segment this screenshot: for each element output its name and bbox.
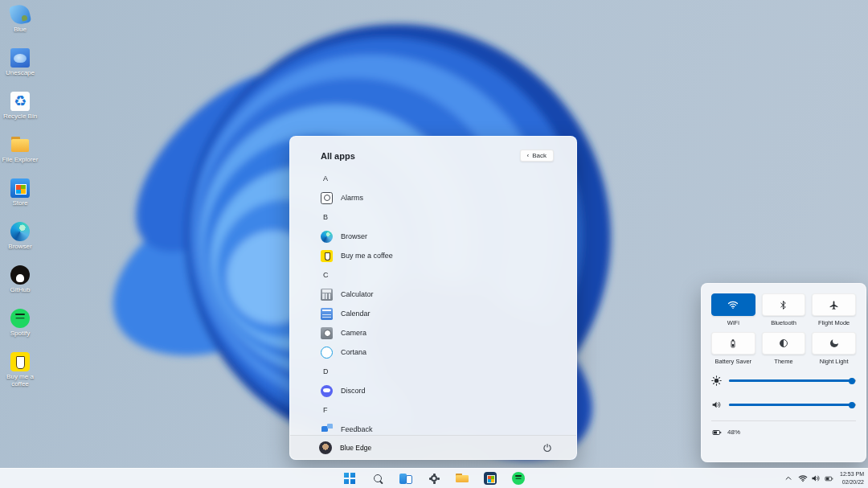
hidden-icons-button[interactable] [784, 474, 792, 482]
app-label: Browser [341, 232, 367, 240]
spotify-button[interactable] [509, 470, 528, 487]
volume-track[interactable] [729, 404, 856, 406]
battery-icon [711, 428, 723, 437]
desktop-icon-github[interactable]: GitHub [2, 265, 39, 302]
coffee-icon [321, 250, 333, 262]
brightness-thumb[interactable] [849, 378, 855, 384]
app-item-cortana[interactable]: Cortana [321, 342, 565, 362]
app-label: Calculator [341, 290, 374, 298]
start-button[interactable] [340, 470, 359, 487]
theme-icon [780, 339, 788, 347]
app-item-camera[interactable]: Camera [321, 323, 565, 342]
desktop-icon-label: Spotify [2, 330, 39, 337]
wifi-toggle[interactable] [711, 293, 755, 316]
app-label: Cortana [341, 348, 366, 356]
app-item-calendar[interactable]: Calendar [321, 304, 565, 323]
app-item-buy-me-a-coffee[interactable]: Buy me a coffee [321, 246, 565, 265]
user-avatar [319, 441, 332, 454]
tile-label-night-light: Night Light [820, 358, 849, 365]
all-apps-title: All apps [321, 151, 355, 161]
airplane-icon [829, 300, 839, 310]
start-menu-footer: Blue Edge [290, 435, 576, 459]
back-button-label: Back [532, 152, 547, 159]
chevron-left-icon: ‹ [527, 152, 530, 159]
desktop-icon-buy-me-a-coffee[interactable]: Buy me a coffee [2, 352, 39, 389]
app-item-alarms[interactable]: Alarms [321, 188, 565, 207]
tile-label-bluetooth: Bluetooth [771, 319, 796, 326]
battery-icon [824, 474, 834, 483]
tile-label-wifi: WiFi [727, 319, 739, 326]
feedback-icon [321, 424, 333, 436]
brightness-slider[interactable] [711, 375, 856, 386]
desktop-icon-store[interactable]: Store [2, 178, 39, 215]
desktop-icon-browser[interactable]: Browser [2, 222, 39, 259]
clock-button[interactable]: 12:53 PM 02/20/22 [840, 470, 864, 486]
section-letter-d[interactable]: D [321, 362, 565, 381]
volume-slider[interactable] [711, 400, 856, 410]
folder-icon [456, 473, 469, 484]
battery-status-row[interactable]: 48% [711, 420, 856, 443]
section-letter-f[interactable]: F [321, 400, 565, 420]
bluetooth-icon [778, 300, 788, 310]
network-volume-battery-button[interactable] [798, 474, 834, 483]
theme-toggle[interactable] [762, 332, 806, 355]
desktop-icon-label: Blue [2, 26, 39, 33]
store-bag-icon [10, 178, 30, 198]
desktop-icon-label: Browser [2, 243, 39, 250]
system-tray: 12:53 PM 02/20/22 [784, 469, 864, 488]
bluetooth-toggle[interactable] [762, 293, 806, 316]
wifi-icon [727, 299, 739, 310]
desktop-icon-file-explorer[interactable]: File Explorer [2, 135, 39, 172]
folder-icon [10, 135, 30, 154]
night-light-toggle[interactable] [812, 332, 856, 355]
store-icon [484, 472, 497, 485]
wifi-icon [798, 474, 808, 483]
desktop-icon-recycle-bin[interactable]: Recycle Bin [2, 92, 39, 129]
gear-icon [429, 474, 440, 484]
cortana-icon [321, 347, 333, 359]
volume-thumb[interactable] [849, 402, 855, 408]
calculator-icon [321, 289, 333, 301]
quick-settings-sliders [711, 375, 856, 410]
desktop-icon-label: Buy me a coffee [2, 373, 39, 388]
taskbar: 12:53 PM 02/20/22 [0, 468, 868, 488]
back-button[interactable]: ‹ Back [520, 150, 554, 162]
battery-saver-toggle[interactable] [711, 332, 755, 355]
file-explorer-button[interactable] [452, 470, 472, 487]
store-button[interactable] [481, 470, 500, 487]
app-label: Alarms [341, 194, 363, 202]
coffee-icon [10, 352, 30, 371]
power-icon [542, 443, 552, 453]
app-item-browser[interactable]: Browser [321, 227, 565, 246]
user-account-button[interactable]: Blue Edge [319, 441, 371, 454]
speaker-icon [811, 474, 821, 483]
desktop-icon-unescape[interactable]: Unescape [2, 48, 39, 85]
flight-mode-toggle[interactable] [812, 293, 856, 316]
brightness-track[interactable] [729, 379, 856, 382]
github-icon [10, 265, 30, 285]
search-button[interactable] [368, 470, 387, 487]
desktop-icon-label: Unescape [2, 69, 39, 76]
start-menu-header: All apps ‹ Back [321, 150, 554, 162]
section-letter-b[interactable]: B [321, 207, 565, 227]
app-label: Discord [341, 387, 366, 395]
spotify-icon [10, 309, 30, 328]
spotify-icon [512, 472, 525, 485]
alarms-icon [321, 192, 333, 204]
edge-browser-icon [10, 222, 30, 241]
settings-button[interactable] [424, 470, 444, 487]
app-item-calculator[interactable]: Calculator [321, 285, 565, 304]
recycle-bin-icon [10, 92, 30, 111]
app-label: Calendar [341, 310, 371, 318]
tile-label-battery-saver: Battery Saver [715, 358, 751, 365]
windows-logo-icon [344, 473, 355, 484]
task-view-button[interactable] [396, 470, 416, 487]
section-letter-a[interactable]: A [321, 169, 565, 188]
taskbar-center [0, 469, 868, 488]
app-item-discord[interactable]: Discord [321, 381, 565, 400]
section-letter-c[interactable]: C [321, 265, 565, 285]
quick-settings-panel: WiFi Bluetooth Flight Mode [701, 283, 866, 462]
desktop-icon-blue[interactable]: Blue [2, 5, 39, 42]
desktop-icon-spotify[interactable]: Spotify [2, 309, 39, 346]
power-button[interactable] [542, 443, 552, 453]
